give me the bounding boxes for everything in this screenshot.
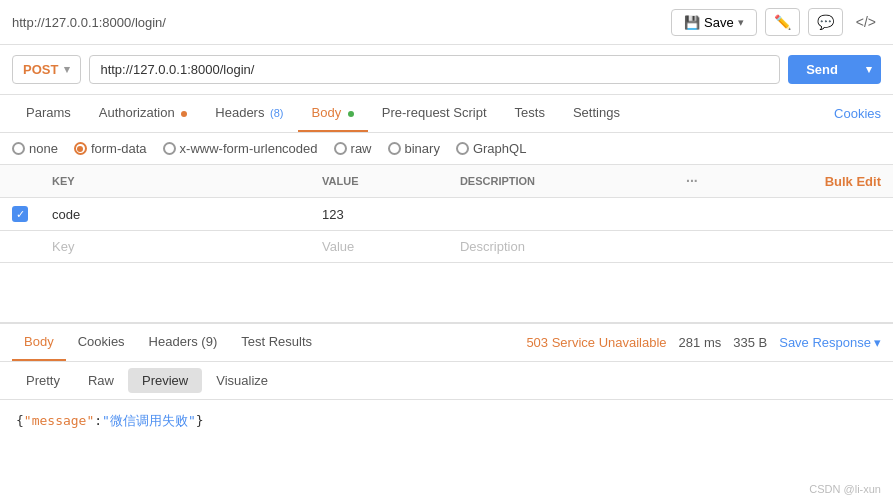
radio-urlencoded-circle [163,142,176,155]
radio-raw-label: raw [351,141,372,156]
tab-settings[interactable]: Settings [559,95,634,132]
authorization-dot [181,111,187,117]
tab-body[interactable]: Body [298,95,368,132]
placeholder-desc-cell[interactable]: Description [448,231,674,263]
cookies-link[interactable]: Cookies [834,96,881,131]
radio-urlencoded[interactable]: x-www-form-urlencoded [163,141,318,156]
tab-params[interactable]: Params [12,95,85,132]
th-value: VALUE [310,165,448,198]
th-key: KEY [40,165,310,198]
save-response-chevron-icon: ▾ [874,335,881,350]
json-open-brace: { [16,413,24,428]
response-body: {"message":"微信调用失败"} [0,400,893,442]
request-tabs-bar: Params Authorization Headers (8) Body Pr… [0,95,893,133]
radio-binary-label: binary [405,141,440,156]
radio-raw-circle [334,142,347,155]
radio-graphql-label: GraphQL [473,141,526,156]
radio-form-data-circle [74,142,87,155]
radio-none-label: none [29,141,58,156]
comment-icon-button[interactable]: 💬 [808,8,843,36]
send-arrow-icon[interactable]: ▾ [857,56,881,83]
resp-tab-body[interactable]: Body [12,324,66,361]
placeholder-action-cell [710,231,893,263]
row-value-cell[interactable]: 123 [310,198,448,231]
tab-tests[interactable]: Tests [501,95,559,132]
json-close-brace: } [196,413,204,428]
json-value: "微信调用失败" [102,413,196,428]
more-dots-icon: ··· [686,173,698,189]
save-response-button[interactable]: Save Response ▾ [779,335,881,350]
json-key: "message" [24,413,94,428]
response-size: 335 B [733,335,767,350]
top-bar-url: http://127.0.0.1:8000/login/ [12,15,166,30]
code-icon-button[interactable]: </> [851,9,881,35]
row-key-cell[interactable]: code [40,198,310,231]
send-button[interactable]: Send ▾ [788,55,881,84]
th-description: DESCRIPTION [448,165,674,198]
request-bar: POST ▾ Send ▾ [0,45,893,95]
view-tab-visualize[interactable]: Visualize [202,368,282,393]
save-icon: 💾 [684,15,700,30]
json-colon: : [94,413,102,428]
response-tabs-bar: Body Cookies Headers (9) Test Results 50… [0,323,893,362]
radio-graphql-circle [456,142,469,155]
method-selector[interactable]: POST ▾ [12,55,81,84]
body-type-selector: none form-data x-www-form-urlencoded raw… [0,133,893,165]
body-dot [348,111,354,117]
tab-headers[interactable]: Headers (8) [201,95,297,132]
send-label: Send [788,55,856,84]
tab-authorization[interactable]: Authorization [85,95,202,132]
view-tab-preview[interactable]: Preview [128,368,202,393]
radio-binary-circle [388,142,401,155]
view-tab-pretty[interactable]: Pretty [12,368,74,393]
response-time: 281 ms [679,335,722,350]
row-checkbox-cell: ✓ [0,198,40,231]
placeholder-more-cell [674,231,710,263]
top-bar-actions: 💾 Save ▾ ✏️ 💬 </> [671,8,881,36]
row-action-cell [710,198,893,231]
table-row-placeholder: Key Value Description [0,231,893,263]
response-status: 503 Service Unavailable 281 ms 335 B Sav… [526,335,881,350]
radio-graphql[interactable]: GraphQL [456,141,526,156]
placeholder-value-cell[interactable]: Value [310,231,448,263]
resp-tab-test-results[interactable]: Test Results [229,324,324,361]
resp-tab-cookies[interactable]: Cookies [66,324,137,361]
radio-binary[interactable]: binary [388,141,440,156]
status-code: 503 Service Unavailable [526,335,666,350]
tab-pre-request[interactable]: Pre-request Script [368,95,501,132]
th-bulk-edit: Bulk Edit [710,165,893,198]
th-checkbox [0,165,40,198]
view-tab-raw[interactable]: Raw [74,368,128,393]
radio-form-data[interactable]: form-data [74,141,147,156]
save-chevron-icon: ▾ [738,16,744,29]
method-chevron-icon: ▾ [64,63,70,76]
placeholder-checkbox-cell [0,231,40,263]
table-row: ✓ code 123 [0,198,893,231]
top-bar: http://127.0.0.1:8000/login/ 💾 Save ▾ ✏️… [0,0,893,45]
view-tabs-bar: Pretty Raw Preview Visualize [0,362,893,400]
url-input[interactable] [89,55,780,84]
params-table: KEY VALUE DESCRIPTION ··· Bulk Edit ✓ co… [0,165,893,263]
radio-none-circle [12,142,25,155]
table-header-row: KEY VALUE DESCRIPTION ··· Bulk Edit [0,165,893,198]
save-button[interactable]: 💾 Save ▾ [671,9,757,36]
table-spacer [0,263,893,323]
radio-urlencoded-label: x-www-form-urlencoded [180,141,318,156]
radio-none[interactable]: none [12,141,58,156]
resp-tab-headers[interactable]: Headers (9) [137,324,230,361]
method-label: POST [23,62,58,77]
save-label: Save [704,15,734,30]
row-desc-cell[interactable] [448,198,674,231]
placeholder-key-cell[interactable]: Key [40,231,310,263]
th-more: ··· [674,165,710,198]
edit-icon-button[interactable]: ✏️ [765,8,800,36]
radio-raw[interactable]: raw [334,141,372,156]
row-more-cell [674,198,710,231]
radio-form-data-label: form-data [91,141,147,156]
checkbox-checked[interactable]: ✓ [12,206,28,222]
